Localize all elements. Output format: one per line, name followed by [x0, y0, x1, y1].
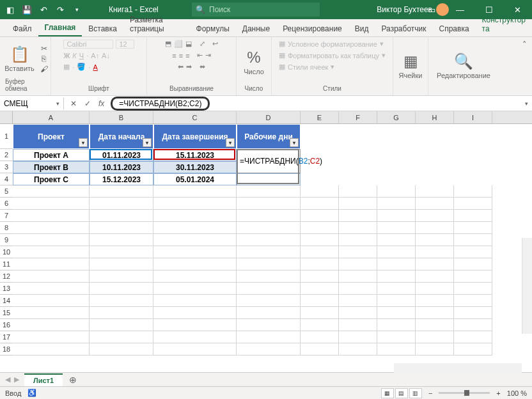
row-header-7[interactable]: 7 — [0, 210, 13, 222]
cell-b17[interactable] — [90, 331, 153, 343]
vertical-scrollbar[interactable] — [522, 238, 532, 334]
underline-icon[interactable]: Ч — [79, 52, 84, 59]
cell-c13[interactable] — [153, 283, 237, 295]
cell-h8[interactable] — [416, 222, 454, 234]
cell-g6[interactable] — [377, 198, 416, 210]
indent-decrease-icon[interactable]: ⇤ — [197, 51, 203, 59]
row-header-4[interactable]: 4 — [0, 173, 13, 185]
align-center-icon[interactable]: ≡ — [179, 52, 183, 59]
search-box[interactable]: 🔍 Поиск — [192, 3, 320, 17]
normal-view-icon[interactable]: ▦ — [381, 388, 394, 398]
cell-h15[interactable] — [416, 307, 454, 319]
cell-d12[interactable] — [237, 270, 301, 283]
row-header-5[interactable]: 5 — [0, 185, 13, 198]
undo-icon[interactable]: ↶ — [38, 4, 49, 15]
accessibility-icon[interactable]: ♿ — [27, 389, 36, 397]
cell-c4[interactable]: 05.01.2024 — [153, 173, 237, 185]
cell-d18[interactable] — [237, 343, 301, 356]
cell-f6[interactable] — [339, 198, 377, 210]
cell-f9[interactable] — [339, 234, 377, 246]
col-header-h[interactable]: H — [416, 111, 454, 123]
cell-a5[interactable] — [13, 185, 90, 198]
cell-d13[interactable] — [237, 283, 301, 295]
cell-h11[interactable] — [416, 258, 454, 270]
cell-c9[interactable] — [153, 234, 237, 246]
row-header-1[interactable]: 1 — [0, 124, 13, 149]
cell-e11[interactable] — [301, 258, 339, 270]
cell-b12[interactable] — [90, 270, 153, 283]
cell-e15[interactable] — [301, 307, 339, 319]
col-header-c[interactable]: C — [153, 111, 237, 123]
sheet-tab[interactable]: Лист1 — [24, 373, 63, 386]
align-top-icon[interactable]: ⬒ — [165, 40, 171, 48]
cell-d16[interactable] — [237, 319, 301, 331]
cell-b11[interactable] — [90, 258, 153, 270]
cell-d7[interactable] — [237, 210, 301, 222]
row-header-9[interactable]: 9 — [0, 234, 13, 246]
merge-icon[interactable]: ⬌ — [199, 63, 205, 71]
cell-f10[interactable] — [339, 246, 377, 258]
col-header-g[interactable]: G — [377, 111, 416, 123]
increase-indent-icon[interactable]: ➡ — [186, 63, 192, 71]
cell-i9[interactable] — [454, 234, 492, 246]
cell-a3[interactable]: Проект B — [13, 161, 90, 173]
cell-d4[interactable] — [237, 173, 301, 185]
tab-developer[interactable]: Разработчик — [375, 21, 433, 36]
fill-color-icon[interactable]: 🪣 — [77, 63, 86, 71]
format-painter-icon[interactable]: 🖌 — [40, 65, 49, 74]
header-start[interactable]: Дата начала▾ — [90, 124, 153, 149]
cell-b6[interactable] — [90, 198, 153, 210]
ribbon-collapse-icon[interactable]: ˄ — [517, 37, 532, 95]
cell-h7[interactable] — [416, 210, 454, 222]
cell-b5[interactable] — [90, 185, 153, 198]
cell-styles-button[interactable]: ▦Стили ячеек ▾ — [278, 62, 336, 72]
tab-home[interactable]: Главная — [38, 20, 82, 36]
cell-b2[interactable]: 01.11.2023 — [90, 149, 153, 161]
italic-icon[interactable]: К — [72, 52, 76, 59]
cell-b4[interactable]: 15.12.2023 — [90, 173, 153, 185]
font-size-select[interactable]: 12 — [116, 40, 134, 49]
cell-i7[interactable] — [454, 210, 492, 222]
cell-i16[interactable] — [454, 319, 492, 331]
conditional-formatting-button[interactable]: ▦Условное форматирование ▾ — [278, 39, 385, 49]
cell-f15[interactable] — [339, 307, 377, 319]
ribbon-options-icon[interactable]: ▭ — [417, 0, 446, 19]
cell-f13[interactable] — [339, 283, 377, 295]
cell-b16[interactable] — [90, 319, 153, 331]
tab-data[interactable]: Данные — [236, 21, 276, 36]
cell-b14[interactable] — [90, 295, 153, 307]
cell-a4[interactable]: Проект C — [13, 173, 90, 185]
cell-c11[interactable] — [153, 258, 237, 270]
align-bottom-icon[interactable]: ⬓ — [185, 40, 192, 48]
tab-view[interactable]: Вид — [348, 21, 375, 36]
align-left-icon[interactable]: ≡ — [172, 52, 176, 59]
cell-e6[interactable] — [301, 198, 339, 210]
copy-icon[interactable]: ⎘ — [40, 54, 49, 63]
cell-f5[interactable] — [339, 185, 377, 198]
cell-i13[interactable] — [454, 283, 492, 295]
cell-c2[interactable]: 15.11.2023 — [153, 149, 237, 161]
zoom-in-icon[interactable]: + — [496, 389, 500, 397]
cell-a10[interactable] — [13, 246, 90, 258]
fx-icon[interactable]: fx — [98, 99, 104, 108]
cell-i17[interactable] — [454, 331, 492, 343]
cell-c18[interactable] — [153, 343, 237, 356]
cell-b10[interactable] — [90, 246, 153, 258]
row-header-13[interactable]: 13 — [0, 283, 13, 295]
decrease-indent-icon[interactable]: ⬅ — [178, 63, 184, 71]
cell-i12[interactable] — [454, 270, 492, 283]
orientation-icon[interactable]: ⤢ — [199, 40, 205, 48]
cell-g16[interactable] — [377, 319, 416, 331]
cell-g12[interactable] — [377, 270, 416, 283]
cell-i15[interactable] — [454, 307, 492, 319]
cell-g7[interactable] — [377, 210, 416, 222]
row-header-15[interactable]: 15 — [0, 307, 13, 319]
increase-font-icon[interactable]: A↑ — [91, 52, 99, 59]
cell-a17[interactable] — [13, 331, 90, 343]
cell-c6[interactable] — [153, 198, 237, 210]
cell-a2[interactable]: Проект A — [13, 149, 90, 161]
add-sheet-icon[interactable]: ⊕ — [63, 375, 83, 385]
cell-e8[interactable] — [301, 222, 339, 234]
cell-d5[interactable] — [237, 185, 301, 198]
cell-f12[interactable] — [339, 270, 377, 283]
